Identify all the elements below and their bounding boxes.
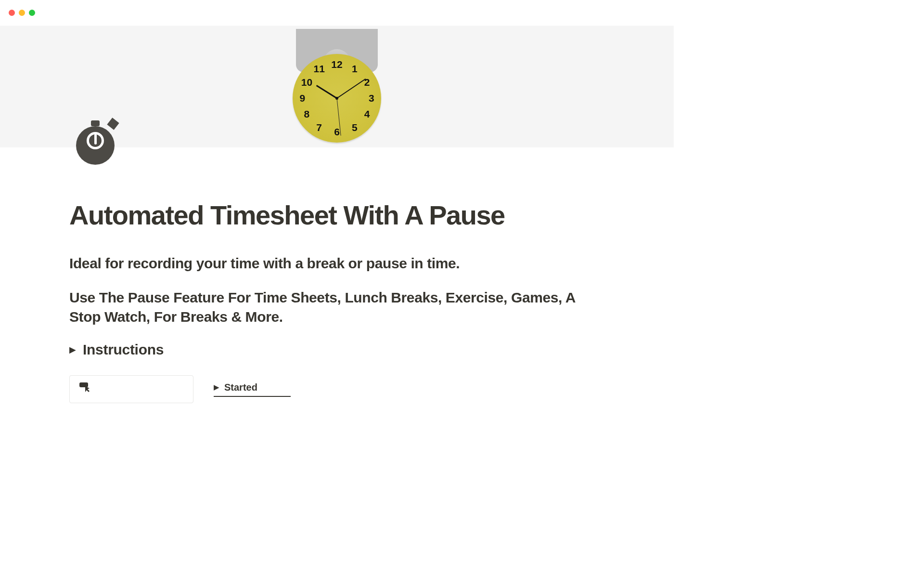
svg-rect-0: [79, 382, 88, 387]
stopwatch-body: [76, 126, 115, 165]
clock-minute-hand: [336, 79, 366, 99]
clock-num-8: 8: [304, 108, 310, 120]
database-view-tab-started[interactable]: ▶ Started: [214, 382, 604, 396]
callout-block[interactable]: [69, 375, 193, 403]
clock-num-12: 12: [331, 59, 342, 70]
instructions-toggle[interactable]: ▶ Instructions: [69, 342, 604, 358]
stopwatch-knob: [91, 120, 100, 126]
clock-hour-hand: [316, 85, 337, 99]
clock-num-1: 1: [352, 63, 358, 75]
clock-num-10: 10: [301, 77, 312, 88]
page-content: Automated Timesheet With A Pause Ideal f…: [0, 147, 674, 403]
tab-active-underline: [214, 396, 291, 397]
cover-clock-illustration: 12 1 2 3 4 5 6 7 8 9 10 11: [293, 29, 381, 143]
clock-num-9: 9: [299, 92, 305, 104]
instructions-toggle-label: Instructions: [83, 342, 164, 358]
window-titlebar: [0, 0, 674, 26]
clock-center-dot: [335, 97, 338, 100]
window-minimize-button[interactable]: [19, 10, 25, 16]
clock-num-5: 5: [352, 122, 358, 133]
clock-num-11: 11: [314, 63, 325, 75]
stopwatch-needle: [94, 134, 97, 144]
page-icon-stopwatch[interactable]: [76, 122, 118, 165]
page-subhead-2[interactable]: Use The Pause Feature For Time Sheets, L…: [69, 288, 604, 327]
page-title[interactable]: Automated Timesheet With A Pause: [69, 199, 604, 231]
clock-num-6: 6: [334, 126, 340, 138]
window-zoom-button[interactable]: [29, 10, 35, 16]
window-close-button[interactable]: [9, 10, 15, 16]
clock-num-4: 4: [364, 108, 370, 120]
toggle-caret-icon: ▶: [69, 344, 76, 355]
clock-num-3: 3: [369, 92, 374, 104]
tab-started-label: Started: [224, 382, 257, 393]
tab-caret-icon: ▶: [214, 383, 219, 392]
clock-num-7: 7: [316, 122, 322, 133]
page-subhead-1[interactable]: Ideal for recording your time with a bre…: [69, 254, 604, 274]
clock-face: 12 1 2 3 4 5 6 7 8 9 10 11: [293, 54, 381, 143]
pointer-icon: [78, 381, 92, 396]
